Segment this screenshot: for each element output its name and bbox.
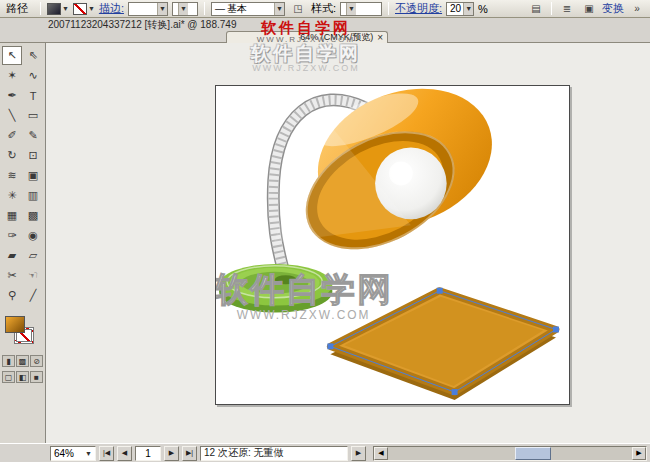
opacity-link[interactable]: 不透明度: xyxy=(395,1,442,16)
scroll-right-icon[interactable]: ▶ xyxy=(632,447,646,460)
stroke-none-icon xyxy=(73,3,87,15)
align-icon[interactable]: ≣ xyxy=(558,1,576,16)
chevron-down-icon: ▼ xyxy=(346,3,356,15)
scrollbar-thumb[interactable] xyxy=(515,447,551,460)
chevron-down-icon: ▼ xyxy=(178,3,188,15)
status-menu-button[interactable]: ▶ xyxy=(351,446,366,461)
scale-tool-button[interactable]: ⊡ xyxy=(23,146,43,165)
rectangle-tool-button[interactable]: ▭ xyxy=(23,106,43,125)
pathfinder-icon[interactable]: ▣ xyxy=(580,1,598,16)
next-page-button[interactable]: ▶ xyxy=(164,446,179,461)
chevron-down-icon: ▼ xyxy=(62,5,69,12)
none-mode-button[interactable]: ⊘ xyxy=(30,355,43,367)
screen-mode-buttons: ▢ ◧ ■ xyxy=(2,371,43,383)
hand-tool-button[interactable]: ☜ xyxy=(23,266,43,285)
live-paint-bucket-tool-button[interactable]: ▰ xyxy=(2,246,22,265)
mesh-tool-button[interactable]: ▦ xyxy=(2,206,22,225)
artboard: 软件自学网 WWW.RJZXW.COM xyxy=(215,85,570,405)
fill-swatch[interactable] xyxy=(5,316,25,333)
separator xyxy=(204,2,205,15)
gradient-mode-button[interactable]: ▩ xyxy=(16,355,29,367)
fill-color-icon xyxy=(47,3,61,15)
full-screen-menu-button[interactable]: ◧ xyxy=(16,371,29,383)
status-text: 12 次还原: 无重做 xyxy=(200,446,348,461)
last-page-button[interactable]: ▶| xyxy=(182,446,197,461)
rotate-tool-button[interactable]: ↻ xyxy=(2,146,22,165)
watermark-site-url: WWW.RJZXW.COM xyxy=(237,308,371,322)
live-paint-selection-tool-button[interactable]: ▱ xyxy=(23,246,43,265)
normal-screen-button[interactable]: ▢ xyxy=(2,371,15,383)
pen-tool-button[interactable]: ✒ xyxy=(2,86,22,105)
collapse-chevron-icon[interactable]: » xyxy=(628,1,646,16)
slice-tool-button[interactable]: ╱ xyxy=(23,286,43,305)
direct-selection-tool-button[interactable]: ⇖ xyxy=(23,46,43,65)
anchor-bottom[interactable] xyxy=(452,389,458,395)
style-dropdown[interactable]: ▼ xyxy=(340,2,382,16)
free-transform-tool-button[interactable]: ▣ xyxy=(23,166,43,185)
chevron-down-icon: ▼ xyxy=(463,3,473,15)
separator xyxy=(388,2,389,15)
chevron-down-icon: ▼ xyxy=(157,3,167,15)
separator xyxy=(40,2,41,15)
document-setup-icon[interactable]: ▤ xyxy=(527,1,545,16)
fill-color-swatch[interactable]: ▼ xyxy=(47,3,69,15)
separator xyxy=(551,2,552,15)
brush-dropdown[interactable]: —基本 ▼ xyxy=(211,2,285,16)
blend-tool-button[interactable]: ◉ xyxy=(23,226,43,245)
lamp-shade[interactable] xyxy=(274,86,512,273)
paintbrush-tool-button[interactable]: ✐ xyxy=(2,126,22,145)
tools-panel: ↖ ⇖ ✶ ∿ ✒ T ╲ ▭ ✐ ✎ ↻ ⊡ ≋ ▣ ✳ ▥ ▦ ▩ ✑ ◉ … xyxy=(0,43,46,443)
full-screen-button[interactable]: ■ xyxy=(30,371,43,383)
zoom-value: 64% xyxy=(54,448,74,459)
opacity-unit: % xyxy=(478,3,488,15)
eyedropper-tool-button[interactable]: ✑ xyxy=(2,226,22,245)
artwork-canvas: 软件自学网 WWW.RJZXW.COM xyxy=(216,86,569,404)
document-tab[interactable]: 64% (CMYK/预览) × xyxy=(226,31,388,43)
magic-wand-tool-button[interactable]: ✶ xyxy=(2,66,22,85)
chevron-down-icon: ▼ xyxy=(274,3,284,15)
zoom-tool-button[interactable]: ⚲ xyxy=(2,286,22,305)
lasso-tool-button[interactable]: ∿ xyxy=(23,66,43,85)
watermark-site-name: 软件自学网 xyxy=(216,270,393,308)
color-mode-button[interactable]: ▮ xyxy=(2,355,15,367)
stroke-color-swatch[interactable]: ▼ xyxy=(73,3,95,15)
previous-page-button[interactable]: ◀ xyxy=(117,446,132,461)
page-number-input[interactable]: 1 xyxy=(135,446,161,461)
status-bar: 64% ▼ |◀ ◀ 1 ▶ ▶| 12 次还原: 无重做 ▶ ◀ ▶ xyxy=(0,443,650,462)
document-title-row: 20071123204337212 [转换].ai* @ 188.749 xyxy=(0,18,650,31)
stroke-link[interactable]: 描边: xyxy=(99,1,124,16)
tab-bar: 64% (CMYK/预览) × xyxy=(0,31,650,43)
tab-close-icon[interactable]: × xyxy=(377,33,383,43)
watermark-artboard: 软件自学网 WWW.RJZXW.COM xyxy=(216,270,393,322)
illustrator-window: 路径 ▼ ▼ 描边: ▼ ▼ —基本 ▼ ◳ 样式: ▼ 不透明度: xyxy=(0,0,650,462)
anchor-left[interactable] xyxy=(327,343,333,349)
horizontal-scrollbar[interactable]: ◀ ▶ xyxy=(373,446,647,461)
anchor-top[interactable] xyxy=(437,288,443,294)
canvas-area[interactable]: 软件自学网 WWW.RJZXW.COM xyxy=(46,43,650,443)
scissors-tool-button[interactable]: ✂ xyxy=(2,266,22,285)
scroll-left-icon[interactable]: ◀ xyxy=(374,447,388,460)
anchor-right[interactable] xyxy=(553,326,559,332)
tool-grid: ↖ ⇖ ✶ ∿ ✒ T ╲ ▭ ✐ ✎ ↻ ⊡ ≋ ▣ ✳ ▥ ▦ ▩ ✑ ◉ … xyxy=(2,46,43,305)
recolor-artwork-icon[interactable]: ◳ xyxy=(289,1,307,16)
brush-name: 基本 xyxy=(227,3,247,14)
transform-link[interactable]: 变换 xyxy=(602,1,624,16)
zoom-level-input[interactable]: 64% ▼ xyxy=(50,446,96,461)
line-segment-tool-button[interactable]: ╲ xyxy=(2,106,22,125)
chevron-down-icon: ▼ xyxy=(88,5,95,12)
style-label: 样式: xyxy=(311,1,336,16)
type-tool-button[interactable]: T xyxy=(23,86,43,105)
selection-tool-button[interactable]: ↖ xyxy=(2,46,22,65)
warp-tool-button[interactable]: ≋ xyxy=(2,166,22,185)
gradient-tool-button[interactable]: ▩ xyxy=(23,206,43,225)
pencil-tool-button[interactable]: ✎ xyxy=(23,126,43,145)
control-bar: 路径 ▼ ▼ 描边: ▼ ▼ —基本 ▼ ◳ 样式: ▼ 不透明度: xyxy=(0,0,650,18)
opacity-value: 20 xyxy=(450,3,461,14)
opacity-value-dropdown[interactable]: 20 ▼ xyxy=(446,2,474,16)
stroke-weight-dropdown[interactable]: ▼ xyxy=(128,2,168,16)
brush-stroke-icon: — xyxy=(215,3,224,14)
column-graph-tool-button[interactable]: ▥ xyxy=(23,186,43,205)
symbol-sprayer-tool-button[interactable]: ✳ xyxy=(2,186,22,205)
first-page-button[interactable]: |◀ xyxy=(99,446,114,461)
variable-width-dropdown[interactable]: ▼ xyxy=(172,2,198,16)
